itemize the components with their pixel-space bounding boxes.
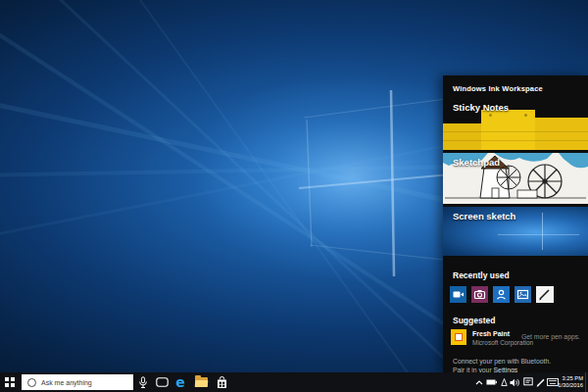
task-view-icon xyxy=(156,377,169,387)
sketchpad-label: Sketchpad xyxy=(453,157,500,168)
task-view-button[interactable] xyxy=(153,372,171,392)
suggested-label: Suggested xyxy=(453,316,495,325)
microphone-icon xyxy=(138,376,148,389)
edge-browser-button[interactable]: e xyxy=(172,372,189,392)
sticky-stack-left xyxy=(443,123,481,150)
people-app-tile[interactable] xyxy=(493,286,510,303)
store-button[interactable] xyxy=(213,372,230,392)
tray-battery-icon[interactable] xyxy=(485,372,498,392)
panel-title: Windows Ink Workspace xyxy=(453,84,543,93)
desktop-screen: Windows Ink Workspace Sticky Notes xyxy=(0,0,588,392)
tray-action-center-button[interactable] xyxy=(521,372,534,392)
screen-sketch-label: Screen sketch xyxy=(453,211,515,221)
thumb-beam xyxy=(498,234,579,235)
fresh-paint-icon[interactable] xyxy=(451,329,466,345)
recently-used-label: Recently used xyxy=(453,270,510,280)
tray-chevron-up-button[interactable] xyxy=(473,372,485,392)
search-placeholder: Ask me anything xyxy=(41,379,92,386)
windows-ink-workspace-panel: Windows Ink Workspace Sticky Notes xyxy=(443,75,588,372)
start-button[interactable] xyxy=(0,372,20,392)
suggested-row: Fresh Paint Microsoft Corporation Get mo… xyxy=(443,329,588,349)
photos-app-tile[interactable] xyxy=(514,286,531,303)
folder-icon xyxy=(195,377,208,387)
sticky-stack-middle xyxy=(481,110,535,150)
thumb-beam xyxy=(542,213,544,250)
pen-app-tile[interactable] xyxy=(536,286,554,303)
video-app-tile[interactable] xyxy=(450,286,466,303)
taskbar: Ask me anything e xyxy=(0,372,588,392)
screen-sketch-tile[interactable]: Screen sketch xyxy=(443,207,588,256)
sticky-stack-right xyxy=(535,118,588,150)
sketchpad-tile[interactable]: Sketchpad xyxy=(443,153,588,204)
footer-line1: Connect your pen with Bluetooth. xyxy=(453,358,551,367)
sticky-notes-label: Sticky Notes xyxy=(453,102,509,113)
sticky-notes-tile[interactable]: Sticky Notes xyxy=(443,98,588,150)
taskbar-clock[interactable]: 3:25 PM 1/30/2016 xyxy=(558,375,583,390)
microphone-button[interactable] xyxy=(134,372,152,392)
clock-time: 3:25 PM xyxy=(558,375,583,383)
suggested-app-name[interactable]: Fresh Paint xyxy=(472,330,510,337)
get-more-pen-apps-link[interactable]: Get more pen apps. xyxy=(521,333,580,340)
tray-speaker-icon[interactable] xyxy=(509,372,521,392)
windows-logo-icon xyxy=(5,377,15,387)
store-bag-icon xyxy=(217,376,227,389)
file-explorer-button[interactable] xyxy=(192,372,210,392)
cortana-icon xyxy=(27,378,36,387)
edge-icon: e xyxy=(175,375,185,389)
tray-power-icon[interactable] xyxy=(499,372,509,392)
search-input[interactable]: Ask me anything xyxy=(22,374,133,390)
clock-date: 1/30/2016 xyxy=(558,382,583,390)
camera-app-tile[interactable] xyxy=(471,286,488,303)
suggested-app-publisher: Microsoft Corporation xyxy=(472,339,533,346)
